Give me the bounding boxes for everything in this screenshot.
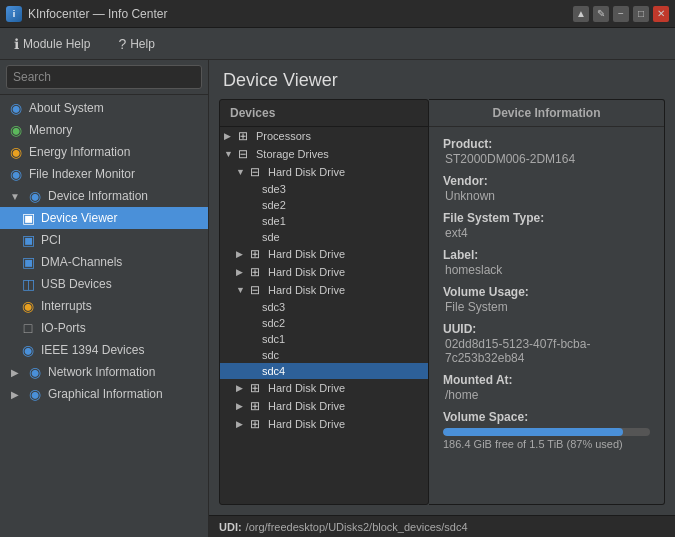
- file-indexer-icon: ◉: [8, 166, 24, 182]
- tree-hdd-3[interactable]: ▶ ⊞ Hard Disk Drive: [220, 263, 428, 281]
- storage-arrow-icon: ▼: [224, 149, 236, 159]
- about-system-icon: ◉: [8, 100, 24, 116]
- tree-processors[interactable]: ▶ ⊞ Processors: [220, 127, 428, 145]
- tree-hdd-1[interactable]: ▼ ⊟ Hard Disk Drive: [220, 163, 428, 181]
- pin-button[interactable]: ▲: [573, 6, 589, 22]
- tree-sdc2[interactable]: sdc2: [220, 315, 428, 331]
- interrupts-icon: ◉: [20, 298, 36, 314]
- tree-sdc4[interactable]: sdc4: [220, 363, 428, 379]
- graphical-expand-icon: ▶: [8, 387, 22, 401]
- sdc3-label: sdc3: [262, 301, 424, 313]
- tree-sdc[interactable]: sdc: [220, 347, 428, 363]
- sidebar-item-graphical-information[interactable]: ▶ ◉ Graphical Information: [0, 383, 208, 405]
- sidebar-item-energy-information[interactable]: ◉ Energy Information: [0, 141, 208, 163]
- tree-sde1[interactable]: sde1: [220, 213, 428, 229]
- processors-arrow-icon: ▶: [224, 131, 236, 141]
- hdd3-arrow-icon: ▶: [236, 267, 248, 277]
- network-icon: ◉: [27, 364, 43, 380]
- tree-sde3[interactable]: sde3: [220, 181, 428, 197]
- label-value: homeslack: [443, 263, 650, 277]
- tree-hdd-5[interactable]: ▶ ⊞ Hard Disk Drive: [220, 379, 428, 397]
- volume-space-progress-bar: [443, 428, 650, 436]
- search-input[interactable]: [6, 65, 202, 89]
- sidebar-item-device-viewer[interactable]: ▣ Device Viewer: [0, 207, 208, 229]
- module-help-menu[interactable]: ℹ Module Help: [8, 32, 96, 56]
- hdd5-icon: ⊞: [250, 381, 266, 395]
- volume-usage-row: Volume Usage: File System: [443, 285, 650, 314]
- sidebar-item-interrupts[interactable]: ◉ Interrupts: [0, 295, 208, 317]
- content-panels: Devices ▶ ⊞ Processors ▼ ⊟ Storage Drive…: [209, 99, 675, 515]
- product-value: ST2000DM006-2DM164: [443, 152, 650, 166]
- usb-icon: ◫: [20, 276, 36, 292]
- tree-hdd-2[interactable]: ▶ ⊞ Hard Disk Drive: [220, 245, 428, 263]
- maximize-button[interactable]: □: [633, 6, 649, 22]
- tree-hdd-6[interactable]: ▶ ⊞ Hard Disk Drive: [220, 397, 428, 415]
- vendor-row: Vendor: Unknown: [443, 174, 650, 203]
- mounted-at-row: Mounted At: /home: [443, 373, 650, 402]
- title-bar: i KInfocenter — Info Center ▲ ✎ − □ ✕: [0, 0, 675, 28]
- hdd4-arrow-icon: ▼: [236, 285, 248, 295]
- volume-space-row: Volume Space: 186.4 GiB free of 1.5 TiB …: [443, 410, 650, 450]
- close-button[interactable]: ✕: [653, 6, 669, 22]
- hdd7-label: Hard Disk Drive: [268, 418, 424, 430]
- tree-sdc3[interactable]: sdc3: [220, 299, 428, 315]
- sidebar-item-pci[interactable]: ▣ PCI: [0, 229, 208, 251]
- sidebar-item-io-ports[interactable]: □ IO-Ports: [0, 317, 208, 339]
- status-value: /org/freedesktop/UDisks2/block_devices/s…: [246, 521, 468, 533]
- hdd2-label: Hard Disk Drive: [268, 248, 424, 260]
- volume-space-text: 186.4 GiB free of 1.5 TiB (87% used): [443, 438, 650, 450]
- sidebar-item-usb-devices[interactable]: ◫ USB Devices: [0, 273, 208, 295]
- app-icon: i: [6, 6, 22, 22]
- label-row: Label: homeslack: [443, 248, 650, 277]
- hdd1-label: Hard Disk Drive: [268, 166, 424, 178]
- sidebar-item-memory[interactable]: ◉ Memory: [0, 119, 208, 141]
- sde1-label: sde1: [262, 215, 424, 227]
- file-indexer-label: File Indexer Monitor: [29, 167, 135, 181]
- product-row: Product: ST2000DM006-2DM164: [443, 137, 650, 166]
- sidebar-item-file-indexer-monitor[interactable]: ◉ File Indexer Monitor: [0, 163, 208, 185]
- settings-button[interactable]: ✎: [593, 6, 609, 22]
- interrupts-label: Interrupts: [41, 299, 92, 313]
- info-panel: Device Information Product: ST2000DM006-…: [429, 99, 665, 505]
- tree-storage-drives[interactable]: ▼ ⊟ Storage Drives: [220, 145, 428, 163]
- about-system-label: About System: [29, 101, 104, 115]
- hdd3-label: Hard Disk Drive: [268, 266, 424, 278]
- device-viewer-icon: ▣: [20, 210, 36, 226]
- hdd5-label: Hard Disk Drive: [268, 382, 424, 394]
- storage-label: Storage Drives: [256, 148, 424, 160]
- volume-usage-label: Volume Usage:: [443, 285, 650, 299]
- minimize-button[interactable]: −: [613, 6, 629, 22]
- storage-icon: ⊟: [238, 147, 254, 161]
- ieee-label: IEEE 1394 Devices: [41, 343, 144, 357]
- device-tree-panel: Devices ▶ ⊞ Processors ▼ ⊟ Storage Drive…: [219, 99, 429, 505]
- io-ports-icon: □: [20, 320, 36, 336]
- memory-icon: ◉: [8, 122, 24, 138]
- filesystem-type-label: File System Type:: [443, 211, 650, 225]
- hdd5-arrow-icon: ▶: [236, 383, 248, 393]
- device-viewer-label: Device Viewer: [41, 211, 117, 225]
- search-box: [0, 60, 208, 95]
- sidebar-item-network-information[interactable]: ▶ ◉ Network Information: [0, 361, 208, 383]
- mounted-at-value: /home: [443, 388, 650, 402]
- content-area: Device Viewer Devices ▶ ⊞ Processors ▼ ⊟…: [209, 60, 675, 537]
- sdc1-label: sdc1: [262, 333, 424, 345]
- sde-label: sde: [262, 231, 424, 243]
- volume-usage-value: File System: [443, 300, 650, 314]
- sidebar-nav: ◉ About System ◉ Memory ◉ Energy Informa…: [0, 95, 208, 537]
- dma-label: DMA-Channels: [41, 255, 122, 269]
- title-bar-controls: ▲ ✎ − □ ✕: [573, 6, 669, 22]
- sidebar-item-ieee-1394[interactable]: ◉ IEEE 1394 Devices: [0, 339, 208, 361]
- tree-hdd-4[interactable]: ▼ ⊟ Hard Disk Drive: [220, 281, 428, 299]
- sidebar-item-about-system[interactable]: ◉ About System: [0, 97, 208, 119]
- tree-sde[interactable]: sde: [220, 229, 428, 245]
- tree-sdc1[interactable]: sdc1: [220, 331, 428, 347]
- tree-sde2[interactable]: sde2: [220, 197, 428, 213]
- sidebar-item-dma-channels[interactable]: ▣ DMA-Channels: [0, 251, 208, 273]
- help-menu[interactable]: ? Help: [112, 32, 160, 56]
- product-label: Product:: [443, 137, 650, 151]
- tree-hdd-7[interactable]: ▶ ⊞ Hard Disk Drive: [220, 415, 428, 433]
- info-panel-header: Device Information: [429, 100, 664, 127]
- sidebar-item-device-information[interactable]: ▼ ◉ Device Information: [0, 185, 208, 207]
- hdd4-label: Hard Disk Drive: [268, 284, 424, 296]
- sdc2-label: sdc2: [262, 317, 424, 329]
